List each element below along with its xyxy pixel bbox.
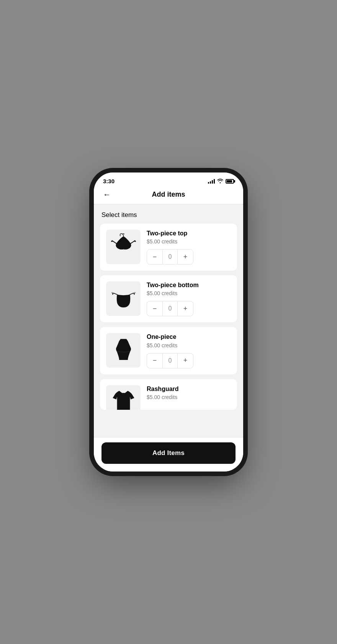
increment-button[interactable]: +: [178, 250, 193, 264]
decrement-button[interactable]: −: [147, 353, 162, 368]
items-list: Two-piece top $5.00 credits − 0 +: [94, 223, 243, 414]
item-card-one-piece: One-piece $5.00 credits − 0 +: [100, 327, 237, 374]
item-card-two-piece-bottom: Two-piece bottom $5.00 credits − 0 +: [100, 275, 237, 322]
header: ← Add items: [94, 187, 243, 204]
item-price: $5.00 credits: [147, 342, 231, 348]
quantity-control-one-piece: − 0 +: [147, 353, 193, 368]
item-card-two-piece-top: Two-piece top $5.00 credits − 0 +: [100, 223, 237, 271]
item-name: Two-piece top: [147, 230, 231, 237]
quantity-display: 0: [162, 250, 178, 264]
item-info-two-piece-bottom: Two-piece bottom $5.00 credits − 0 +: [147, 281, 231, 316]
quantity-display: 0: [162, 301, 178, 316]
item-name: Two-piece bottom: [147, 281, 231, 289]
item-info-rashguard: Rashguard $5.00 credits: [147, 385, 231, 403]
status-time: 3:30: [103, 178, 115, 184]
content-area: Select items: [94, 204, 243, 438]
item-price: $5.00 credits: [147, 394, 231, 400]
item-image-rashguard: [106, 385, 141, 410]
quantity-display: 0: [162, 353, 178, 368]
item-name: One-piece: [147, 333, 231, 340]
battery-icon: [226, 179, 234, 184]
item-card-rashguard: Rashguard $5.00 credits: [100, 379, 237, 410]
status-bar: 3:30: [94, 172, 243, 187]
bottom-bar: Add Items: [94, 438, 243, 472]
decrement-button[interactable]: −: [147, 250, 162, 264]
status-icons: [208, 178, 234, 184]
phone-shell: 3:30 ← Add items: [94, 172, 243, 472]
increment-button[interactable]: +: [178, 353, 193, 368]
item-price: $5.00 credits: [147, 238, 231, 245]
add-items-button[interactable]: Add Items: [101, 442, 236, 464]
item-image-one-piece: [106, 333, 141, 368]
wifi-icon: [217, 178, 223, 184]
quantity-control-two-piece-bottom: − 0 +: [147, 301, 193, 316]
signal-icon: [208, 179, 215, 184]
item-image-two-piece-bottom: [106, 281, 141, 316]
item-info-one-piece: One-piece $5.00 credits − 0 +: [147, 333, 231, 368]
quantity-control-two-piece-top: − 0 +: [147, 249, 193, 264]
item-image-two-piece-top: [106, 230, 141, 264]
page-title: Add items: [152, 191, 185, 199]
increment-button[interactable]: +: [178, 301, 193, 316]
decrement-button[interactable]: −: [147, 301, 162, 316]
section-title: Select items: [94, 204, 243, 223]
item-price: $5.00 credits: [147, 290, 231, 296]
back-arrow-icon: ←: [103, 190, 111, 199]
back-button[interactable]: ←: [101, 189, 112, 200]
item-name: Rashguard: [147, 385, 231, 393]
item-info-two-piece-top: Two-piece top $5.00 credits − 0 +: [147, 230, 231, 264]
